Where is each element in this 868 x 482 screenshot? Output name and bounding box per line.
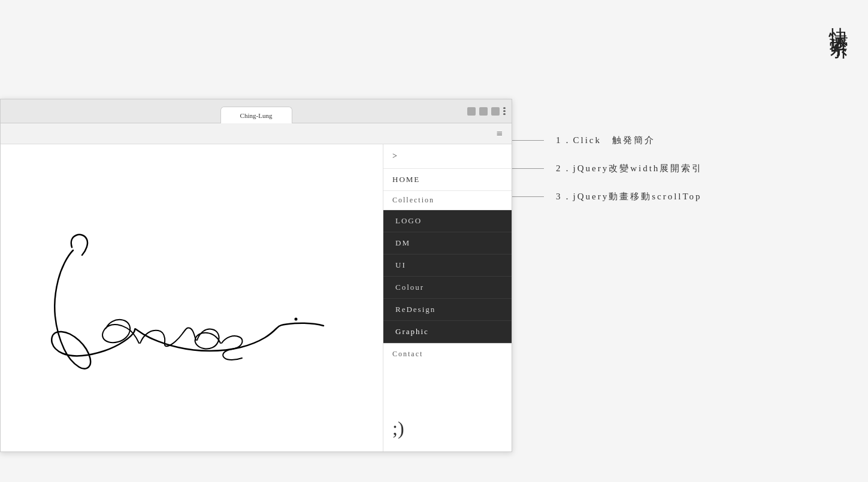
browser-tab[interactable]: Ching-Lung: [220, 107, 292, 123]
signature-area: [1, 144, 383, 451]
nav-smiley: ;): [383, 393, 512, 451]
browser-content: > HOME Collection LOGO DM UI Colour ReDe…: [1, 144, 512, 451]
instruction-item-1: 1．Click 触発簡介: [508, 135, 703, 146]
instruction-lines: 1．Click 触発簡介 2．jQuery改變width展開索引 3．jQuer…: [508, 135, 703, 217]
instruction-line-bar-1: [508, 140, 544, 141]
instruction-line-bar-2: [508, 168, 544, 169]
nav-item-dm[interactable]: DM: [383, 232, 512, 254]
browser-window: Ching-Lung ≡: [0, 99, 512, 452]
hamburger-icon[interactable]: ≡: [497, 128, 503, 140]
nav-items-list: LOGO DM UI Colour ReDesign Graphic: [383, 210, 512, 343]
instruction-text-3: 3．jQuery動畫移動scrollTop: [556, 191, 702, 202]
browser-control-minimize[interactable]: [479, 107, 488, 116]
instruction-line-bar-3: [508, 196, 544, 197]
nav-arrow-btn[interactable]: >: [383, 144, 512, 169]
signature-svg: [1, 214, 331, 382]
instruction-item-2: 2．jQuery改變width展開索引: [508, 163, 703, 174]
browser-toolbar: ≡: [1, 123, 512, 144]
browser-chrome: Ching-Lung: [1, 99, 512, 123]
nav-collection-label[interactable]: Collection: [383, 191, 512, 210]
quick-index-title: 快速索引: [827, 12, 850, 31]
instruction-text-2: 2．jQuery改變width展開索引: [556, 163, 703, 174]
instruction-item-3: 3．jQuery動畫移動scrollTop: [508, 191, 703, 202]
nav-contact-link[interactable]: Contact: [383, 343, 512, 365]
browser-control-close[interactable]: [491, 107, 500, 116]
browser-control-resize[interactable]: [467, 107, 476, 116]
nav-item-logo[interactable]: LOGO: [383, 210, 512, 232]
browser-controls: [467, 107, 506, 116]
nav-panel: > HOME Collection LOGO DM UI Colour ReDe…: [383, 144, 512, 451]
browser-control-more[interactable]: [503, 107, 506, 116]
svg-point-0: [295, 317, 298, 320]
instruction-text-1: 1．Click 触発簡介: [556, 135, 655, 146]
nav-home-link[interactable]: HOME: [383, 169, 512, 191]
nav-item-graphic[interactable]: Graphic: [383, 321, 512, 343]
nav-item-redesign[interactable]: ReDesign: [383, 299, 512, 321]
nav-item-ui[interactable]: UI: [383, 254, 512, 277]
nav-item-colour[interactable]: Colour: [383, 277, 512, 299]
tab-title: Ching-Lung: [240, 112, 273, 119]
